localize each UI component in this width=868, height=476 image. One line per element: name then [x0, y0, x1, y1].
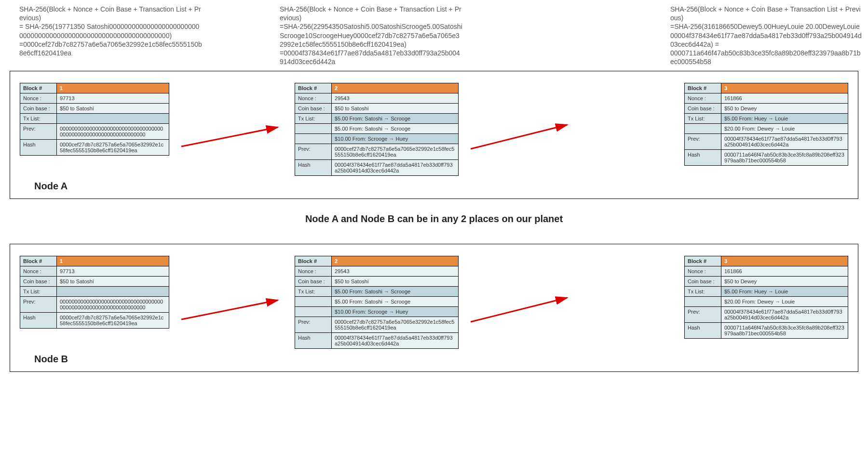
- arrow-icon: [179, 101, 285, 159]
- lbl-nonce: Nonce :: [20, 93, 57, 104]
- sha-line: =SHA-256(316186650Dewey5.00HueyLouie 20.…: [670, 22, 863, 49]
- node-b-container: Block #1 Nonce :97713 Coin base :$50 to …: [10, 244, 858, 372]
- val-nonce: 161866: [721, 266, 848, 277]
- sha-line: SHA-256(Block + Nonce + Coin Base + Tran…: [19, 5, 203, 22]
- sha-line: =00004f378434e61f77ae87dda5a4817eb33d0ff…: [280, 49, 463, 66]
- lbl-hash: Hash: [685, 323, 721, 339]
- val-tx1: $5.00 From: Huey → Louie: [721, 287, 848, 297]
- lbl-hash: Hash: [295, 160, 332, 176]
- val-prev: 0000cef27db7c82757a6e5a7065e32992e1c58fe…: [332, 317, 459, 333]
- node-a-blocks-row: Block #1 Nonce :97713 Coin base :$50 to …: [20, 83, 848, 176]
- lbl-coinbase: Coin base :: [20, 277, 57, 287]
- arrow-icon: [468, 101, 574, 159]
- block-3-table: Block #3 Nonce :161866 Coin base :$50 to…: [684, 256, 848, 339]
- lbl-txlist: Tx List:: [20, 287, 57, 297]
- val-hash: 0000cef27db7c82757a6e5a7065e32992e1c58fe…: [57, 140, 169, 156]
- svg-line-3: [471, 298, 567, 322]
- mid-caption: Node A and Node B can be in any 2 places…: [5, 213, 863, 225]
- svg-line-0: [181, 127, 278, 146]
- th-blocknum: Block #: [295, 83, 332, 93]
- val-coinbase: $50 to Dewey: [721, 277, 848, 287]
- val-prev: 0000000000000000000000000000000000000000…: [57, 124, 169, 140]
- block-3-table: Block #3 Nonce :161866 Coin base :$50 to…: [684, 83, 848, 166]
- val-hash: 00004f378434e61f77ae87dda5a4817eb33d0ff7…: [332, 160, 459, 176]
- th-blocknum: Block #: [685, 256, 721, 266]
- lbl-nonce: Nonce :: [685, 93, 721, 104]
- arrow-1-2: [179, 256, 285, 349]
- svg-line-2: [181, 300, 278, 319]
- node-b-blocks-row: Block #1 Nonce :97713 Coin base :$50 to …: [20, 256, 848, 349]
- lbl-prev: Prev:: [20, 297, 57, 313]
- val-hash: 0000711a646f47ab50c83b3ce35fc8a89b208eff…: [721, 150, 848, 166]
- val-nonce: 29543: [332, 93, 459, 104]
- val-nonce: 29543: [332, 266, 459, 277]
- lbl-txlist: Tx List:: [20, 114, 57, 124]
- lbl-txlist: Tx List:: [295, 114, 332, 124]
- th-blocknum-val: 3: [721, 256, 848, 266]
- sha-line: SHA-256(Block + Nonce + Coin Base + Tran…: [670, 5, 863, 22]
- lbl-prev: Prev:: [295, 144, 332, 160]
- val-coinbase: $50 to Satoshi: [332, 277, 459, 287]
- lbl-coinbase: Coin base :: [685, 104, 721, 114]
- val-coinbase: $50 to Satoshi: [332, 104, 459, 114]
- th-blocknum-val: 1: [57, 256, 169, 266]
- val-tx2: $5.00 From: Satoshi → Scrooge: [332, 124, 459, 134]
- val-nonce: 97713: [57, 93, 169, 104]
- val-nonce: 97713: [57, 266, 169, 277]
- lbl-prev: Prev:: [295, 317, 332, 333]
- node-a-label: Node A: [34, 181, 848, 192]
- val-tx2: $5.00 From: Satoshi → Scrooge: [332, 297, 459, 307]
- lbl-coinbase: Coin base :: [20, 104, 57, 114]
- sha-desc-block-2: SHA-256(Block + Nonce + Coin Base + Tran…: [280, 5, 463, 66]
- lbl-nonce: Nonce :: [295, 266, 332, 277]
- lbl-hash: Hash: [685, 150, 721, 166]
- lbl-hash: Hash: [20, 140, 57, 156]
- lbl-coinbase: Coin base :: [295, 104, 332, 114]
- val-coinbase: $50 to Dewey: [721, 104, 848, 114]
- sha-line: 0000711a646f47ab50c83b3ce35fc8a89b208eff…: [670, 49, 863, 66]
- val-tx1: $5.00 From: Satoshi → Scrooge: [332, 114, 459, 124]
- lbl-prev: Prev:: [685, 307, 721, 323]
- block-1-table: Block #1 Nonce :97713 Coin base :$50 to …: [20, 83, 169, 156]
- val-tx1: $5.00 From: Satoshi → Scrooge: [332, 287, 459, 297]
- lbl-nonce: Nonce :: [685, 266, 721, 277]
- th-blocknum-val: 2: [332, 83, 459, 93]
- val-tx2: $20.00 From: Dewey → Louie: [721, 297, 848, 307]
- arrow-icon: [179, 274, 285, 331]
- val-prev: 0000cef27db7c82757a6e5a7065e32992e1c58fe…: [332, 144, 459, 160]
- th-blocknum: Block #: [20, 83, 57, 93]
- val-coinbase: $50 to Satoshi: [57, 104, 169, 114]
- lbl-coinbase: Coin base :: [685, 277, 721, 287]
- lbl-coinbase: Coin base :: [295, 277, 332, 287]
- val-prev: 00004f378434e61f77ae87dda5a4817eb33d0ff7…: [721, 134, 848, 150]
- block-2-table: Block #2 Nonce :29543 Coin base :$50 to …: [295, 256, 459, 349]
- sha-line: = SHA-256(19771350 Satoshi00000000000000…: [19, 22, 203, 40]
- arrow-2-3: [468, 83, 574, 176]
- sha-line: =0000cef27db7c82757a6e5a7065e32992e1c58f…: [19, 40, 203, 57]
- lbl-txlist: Tx List:: [685, 287, 721, 297]
- svg-line-1: [471, 125, 567, 149]
- val-txlist: [57, 114, 169, 124]
- th-blocknum-val: 3: [721, 83, 848, 93]
- th-blocknum: Block #: [295, 256, 332, 266]
- val-nonce: 161866: [721, 93, 848, 104]
- block-1-table: Block #1 Nonce :97713 Coin base :$50 to …: [20, 256, 169, 329]
- th-blocknum: Block #: [20, 256, 57, 266]
- lbl-txlist: Tx List:: [685, 114, 721, 124]
- sha-desc-block-1: SHA-256(Block + Nonce + Coin Base + Tran…: [19, 5, 203, 66]
- lbl-hash: Hash: [295, 333, 332, 349]
- val-tx3: $10.00 From: Scrooge → Huey: [332, 134, 459, 144]
- lbl-nonce: Nonce :: [20, 266, 57, 277]
- node-b-label: Node B: [34, 354, 848, 365]
- block-2-table: Block #2 Nonce :29543 Coin base :$50 to …: [295, 83, 459, 176]
- sha-desc-block-3: SHA-256(Block + Nonce + Coin Base + Tran…: [670, 5, 863, 66]
- node-a-container: Block #1 Nonce :97713 Coin base :$50 to …: [10, 71, 858, 199]
- sha-descriptions: SHA-256(Block + Nonce + Coin Base + Tran…: [5, 5, 863, 66]
- val-tx3: $10.00 From: Scrooge → Huey: [332, 307, 459, 317]
- val-hash: 0000cef27db7c82757a6e5a7065e32992e1c58fe…: [57, 313, 169, 329]
- val-tx1: $5.00 From: Huey → Louie: [721, 114, 848, 124]
- lbl-txlist: Tx List:: [295, 287, 332, 297]
- arrow-2-3: [468, 256, 574, 349]
- val-coinbase: $50 to Satoshi: [57, 277, 169, 287]
- lbl-hash: Hash: [20, 313, 57, 329]
